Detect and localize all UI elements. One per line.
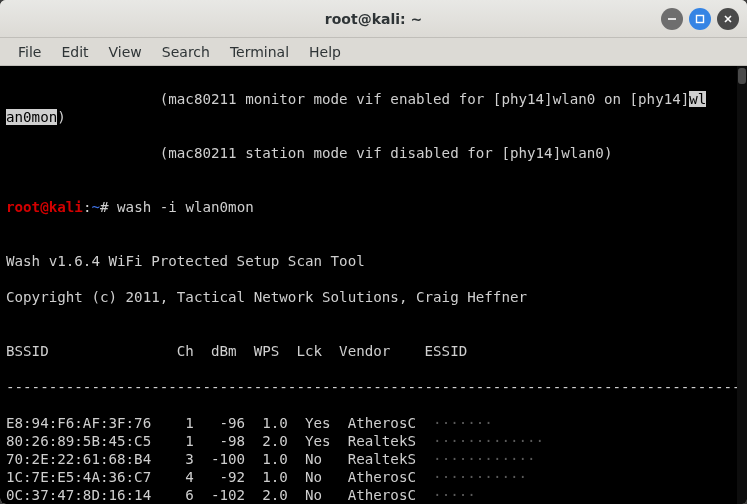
output-line: (mac80211 station mode vif disabled for … <box>6 144 741 162</box>
svg-rect-1 <box>697 16 704 23</box>
menu-file[interactable]: File <box>8 40 51 64</box>
prompt-host: kali <box>49 199 83 215</box>
table-row: 80:26:89:5B:45:C5 1 -98 2.0 Yes RealtekS… <box>6 432 741 450</box>
close-icon <box>723 14 733 24</box>
maximize-button[interactable] <box>689 8 711 30</box>
highlighted-text: wl <box>689 91 706 107</box>
prompt-at: @ <box>40 199 49 215</box>
table-row: 70:2E:22:61:68:B4 3 -100 1.0 No RealtekS… <box>6 450 741 468</box>
command-text: wash -i wlan0mon <box>117 199 254 215</box>
menubar: File Edit View Search Terminal Help <box>0 38 747 66</box>
table-row: 1C:7E:E5:4A:36:C7 4 -92 1.0 No AtherosC … <box>6 468 741 486</box>
essid-redacted: ······· <box>433 415 493 431</box>
output-line: (mac80211 monitor mode vif enabled for [… <box>6 90 741 108</box>
svg-rect-0 <box>668 18 676 20</box>
minimize-icon <box>667 14 677 24</box>
maximize-icon <box>695 14 705 24</box>
terminal-window: root@kali: ~ File Edit View Search Termi… <box>0 0 747 504</box>
text: ) <box>57 109 66 125</box>
prompt-line: root@kali:~# wash -i wlan0mon <box>6 198 741 216</box>
scrollbar[interactable] <box>737 66 747 504</box>
table-header: BSSID Ch dBm WPS Lck Vendor ESSID <box>6 342 741 360</box>
essid-redacted: ····· <box>433 487 476 503</box>
window-controls <box>661 8 739 30</box>
output-line: Wash v1.6.4 WiFi Protected Setup Scan To… <box>6 252 741 270</box>
menu-edit[interactable]: Edit <box>51 40 98 64</box>
terminal-viewport[interactable]: (mac80211 monitor mode vif enabled for [… <box>0 66 747 504</box>
essid-redacted: ··········· <box>433 469 527 485</box>
essid-redacted: ············ <box>433 451 536 467</box>
essid-redacted: ············· <box>433 433 544 449</box>
highlighted-text: an0mon <box>6 109 57 125</box>
output-line: Copyright (c) 2011, Tactical Network Sol… <box>6 288 741 306</box>
scroll-thumb[interactable] <box>738 68 746 84</box>
table-row: 0C:37:47:8D:16:14 6 -102 2.0 No AtherosC… <box>6 486 741 504</box>
menu-view[interactable]: View <box>99 40 152 64</box>
window-title: root@kali: ~ <box>325 11 422 27</box>
titlebar[interactable]: root@kali: ~ <box>0 0 747 38</box>
prompt-user: root <box>6 199 40 215</box>
text: (mac80211 monitor mode vif enabled for [… <box>6 91 689 107</box>
table-body: E8:94:F6:AF:3F:76 1 -96 1.0 Yes AtherosC… <box>6 414 741 504</box>
menu-terminal[interactable]: Terminal <box>220 40 299 64</box>
menu-help[interactable]: Help <box>299 40 351 64</box>
output-line: an0mon) <box>6 108 741 126</box>
minimize-button[interactable] <box>661 8 683 30</box>
prompt-path: ~ <box>91 199 100 215</box>
menu-search[interactable]: Search <box>152 40 220 64</box>
table-separator: ----------------------------------------… <box>6 378 741 396</box>
close-button[interactable] <box>717 8 739 30</box>
prompt-hash: # <box>100 199 117 215</box>
table-row: E8:94:F6:AF:3F:76 1 -96 1.0 Yes AtherosC… <box>6 414 741 432</box>
